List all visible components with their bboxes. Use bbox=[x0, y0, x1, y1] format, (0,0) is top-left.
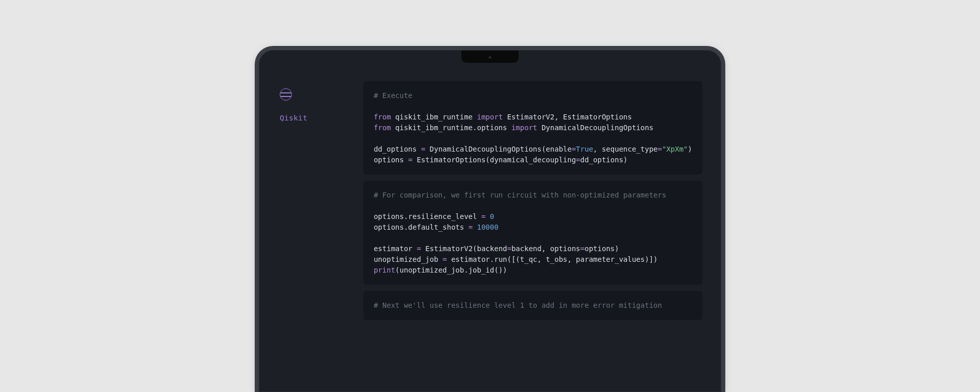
laptop-frame: Qiskit # Execute from qiskit_ibm_runtime… bbox=[259, 50, 721, 392]
code-block[interactable]: # For comparison, we first run circuit w… bbox=[363, 181, 702, 285]
main-content: # Execute from qiskit_ibm_runtime import… bbox=[363, 81, 704, 320]
sidebar: Qiskit bbox=[280, 81, 307, 320]
code-block[interactable]: # Next we'll use resilience level 1 to a… bbox=[363, 291, 702, 320]
sidebar-product-label[interactable]: Qiskit bbox=[280, 114, 307, 122]
laptop-notch bbox=[461, 51, 519, 63]
screen-area: Qiskit # Execute from qiskit_ibm_runtime… bbox=[259, 51, 721, 320]
qiskit-logo-icon bbox=[280, 88, 292, 101]
code-block[interactable]: # Execute from qiskit_ibm_runtime import… bbox=[363, 81, 702, 175]
